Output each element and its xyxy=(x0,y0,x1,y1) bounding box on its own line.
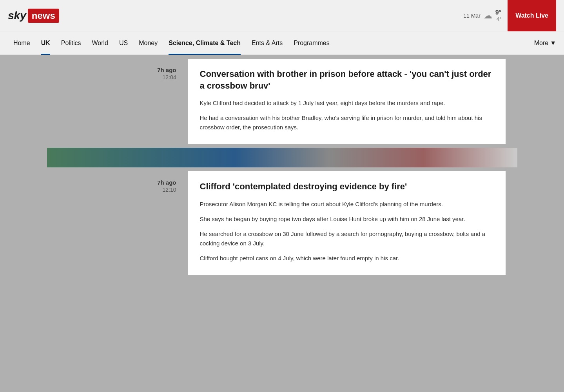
logo-sky: sky xyxy=(8,9,26,22)
article-time-1: 7h ago 12:04 xyxy=(47,59,188,144)
nav-ents[interactable]: Ents & Arts xyxy=(246,31,288,55)
time-clock-2: 12:10 xyxy=(63,187,176,193)
main-content: 7h ago 12:04 Conversation with brother i… xyxy=(47,55,517,279)
article-title-1: Conversation with brother in prison befo… xyxy=(200,68,494,91)
article-wrapper-1: 7h ago 12:04 Conversation with brother i… xyxy=(47,55,517,148)
article-content-1[interactable]: Conversation with brother in prison befo… xyxy=(188,59,506,144)
weather-info: 11 Mar ☁ 9° 4° xyxy=(463,9,501,22)
article-row-1: 7h ago 12:04 Conversation with brother i… xyxy=(47,59,517,144)
article-content-2[interactable]: Clifford 'contemplated destroying eviden… xyxy=(188,171,506,275)
nav-programmes[interactable]: Programmes xyxy=(288,31,335,55)
weather-temps: 9° 4° xyxy=(495,9,501,22)
article-para-2-3: Clifford bought petrol cans on 4 July, w… xyxy=(200,254,494,263)
temp-low: 4° xyxy=(497,16,501,22)
article-body-2: Prosecutor Alison Morgan KC is telling t… xyxy=(200,200,494,263)
nav-more[interactable]: More ▼ xyxy=(534,40,556,47)
nav-world[interactable]: World xyxy=(86,31,114,55)
logo[interactable]: sky news xyxy=(8,9,59,23)
article-body-1: Kyle Clifford had decided to attack by 1… xyxy=(200,98,494,132)
nav-uk[interactable]: UK xyxy=(36,31,56,55)
article-para-2-2: He searched for a crossbow on 30 June fo… xyxy=(200,229,494,248)
site-header: sky news 11 Mar ☁ 9° 4° Watch Live xyxy=(0,0,564,31)
nav-science[interactable]: Science, Climate & Tech xyxy=(163,31,246,55)
ad-banner-inner xyxy=(47,148,517,167)
article-para-2-1: She says he began by buying rope two day… xyxy=(200,214,494,224)
time-ago-1: 7h ago xyxy=(63,67,176,73)
watch-live-button[interactable]: Watch Live xyxy=(508,0,556,31)
nav-us[interactable]: US xyxy=(114,31,133,55)
chevron-down-icon: ▼ xyxy=(550,40,556,47)
article-para-2-0: Prosecutor Alison Morgan KC is telling t… xyxy=(200,200,494,209)
article-time-2: 7h ago 12:10 xyxy=(47,171,188,275)
more-label: More xyxy=(534,40,548,47)
time-ago-2: 7h ago xyxy=(63,179,176,186)
temp-high: 9° xyxy=(495,9,501,16)
ad-banner xyxy=(47,148,517,167)
logo-news: news xyxy=(28,9,59,23)
article-wrapper-2: 7h ago 12:10 Clifford 'contemplated dest… xyxy=(47,167,517,279)
time-clock-1: 12:04 xyxy=(63,74,176,80)
nav-money[interactable]: Money xyxy=(133,31,163,55)
header-right: 11 Mar ☁ 9° 4° Watch Live xyxy=(463,0,556,31)
weather-cloud-icon: ☁ xyxy=(484,11,492,21)
nav-politics[interactable]: Politics xyxy=(56,31,87,55)
weather-date: 11 Mar xyxy=(463,13,481,19)
article-para-1-1: He had a conversation with his brother B… xyxy=(200,113,494,132)
article-row-2: 7h ago 12:10 Clifford 'contemplated dest… xyxy=(47,171,517,275)
nav-home[interactable]: Home xyxy=(8,31,36,55)
main-nav: Home UK Politics World US Money Science,… xyxy=(0,31,564,55)
article-title-2: Clifford 'contemplated destroying eviden… xyxy=(200,181,494,192)
article-para-1-0: Kyle Clifford had decided to attack by 1… xyxy=(200,98,494,108)
